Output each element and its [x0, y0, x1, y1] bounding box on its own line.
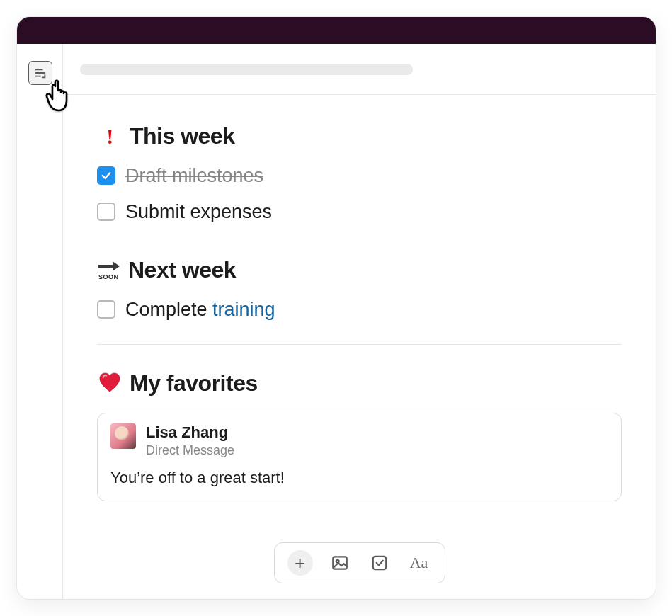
app-window: ! This week Draft milestones Submit expe… [17, 17, 656, 599]
section-heading-favorites: My favorites [97, 366, 622, 400]
card-subtitle: Direct Message [146, 441, 234, 460]
document-content[interactable]: ! This week Draft milestones Submit expe… [63, 95, 656, 501]
canvas-icon[interactable] [28, 61, 52, 85]
avatar [110, 423, 136, 449]
task-link[interactable]: training [212, 299, 275, 320]
image-icon[interactable] [327, 550, 353, 576]
sidebar [17, 44, 63, 599]
section-title: Next week [128, 253, 236, 287]
checkbox-unchecked[interactable] [97, 300, 115, 319]
message-card[interactable]: Lisa Zhang Direct Message You’re off to … [97, 413, 622, 501]
section-title: This week [130, 119, 234, 153]
task-label: Complete training [125, 295, 275, 324]
svg-text:SOON: SOON [98, 273, 119, 280]
checkbox-unchecked[interactable] [97, 203, 115, 221]
task-row[interactable]: Complete training [97, 295, 622, 324]
window-titlebar [17, 17, 656, 44]
text-format-icon[interactable]: Aa [406, 550, 432, 576]
app-body: ! This week Draft milestones Submit expe… [17, 44, 656, 599]
heart-icon [97, 372, 123, 394]
exclamation-icon: ! [97, 120, 123, 152]
card-header: Lisa Zhang Direct Message [110, 423, 608, 460]
header-bar [63, 44, 656, 95]
card-user-name: Lisa Zhang [146, 423, 234, 441]
text-format-label: Aa [410, 554, 428, 572]
section-heading-this-week: ! This week [97, 119, 622, 153]
task-text-prefix: Complete [125, 299, 212, 320]
svg-rect-6 [372, 557, 385, 569]
task-label: Submit expenses [125, 198, 272, 227]
section-title: My favorites [130, 366, 258, 400]
card-body-text: You’re off to a great start! [110, 466, 608, 489]
format-toolbar: + Aa [274, 542, 445, 583]
checkbox-checked[interactable] [97, 166, 115, 185]
task-row[interactable]: Draft milestones [97, 161, 622, 190]
section-heading-next-week: SOON Next week [97, 253, 622, 287]
title-placeholder[interactable] [80, 64, 413, 75]
task-row[interactable]: Submit expenses [97, 198, 622, 227]
main-area: ! This week Draft milestones Submit expe… [63, 44, 656, 599]
add-button[interactable]: + [287, 550, 313, 576]
task-label: Draft milestones [125, 161, 263, 190]
soon-icon: SOON [97, 259, 121, 280]
divider [97, 344, 622, 345]
checklist-icon[interactable] [367, 550, 392, 576]
